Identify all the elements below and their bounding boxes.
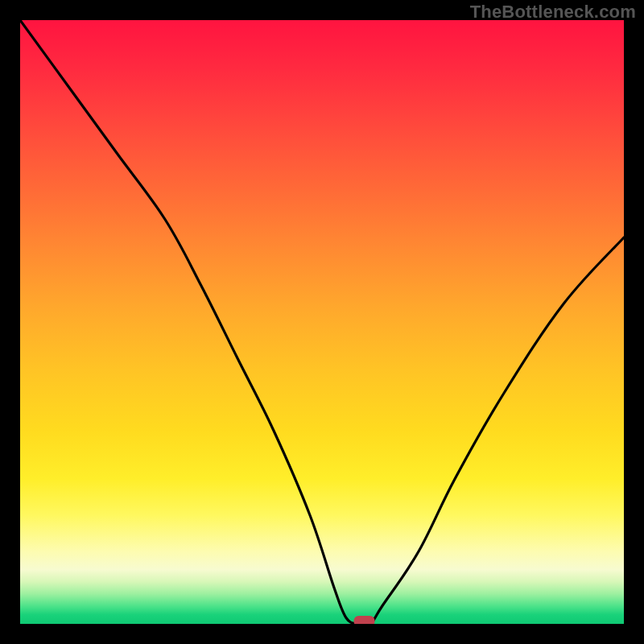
- watermark-label: TheBottleneck.com: [470, 2, 636, 23]
- chart-root: TheBottleneck.com: [0, 0, 644, 644]
- bottleneck-curve: [20, 20, 624, 624]
- valley-marker: [354, 616, 375, 624]
- curve-layer: [20, 20, 624, 624]
- plot-area: [20, 20, 624, 624]
